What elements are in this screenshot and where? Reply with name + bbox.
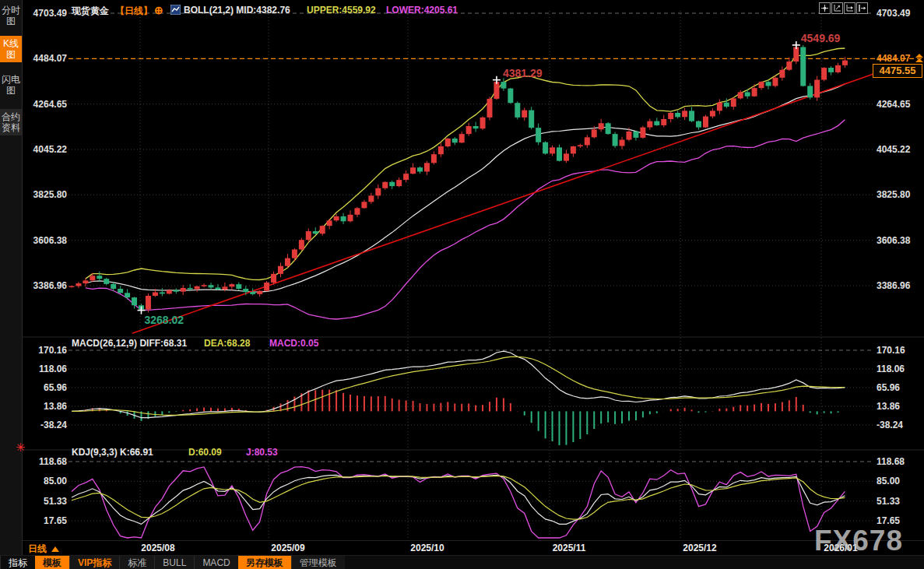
save-template-button[interactable]: 另存模板 [238, 556, 291, 569]
manage-template-button[interactable]: 管理模板 [291, 556, 345, 569]
period-selector[interactable]: 日线 [28, 543, 59, 556]
axis-tick-label: 3386.96 [23, 280, 67, 291]
macd-dea-label: DEA:68.28 [204, 338, 250, 349]
axis-tick-label: 4484.07 [877, 53, 910, 64]
axis-tick-label: 85.00 [877, 476, 900, 486]
axis-tick-label: 4703.49 [877, 8, 910, 19]
axis-tick-label: 170.16 [23, 345, 67, 356]
axis-tick-label: 3825.80 [23, 189, 67, 200]
bottom-toolbar: 指标模板VIP指标标准BULLMACD另存模板管理模板 [0, 555, 924, 569]
chart-canvas[interactable]: 3268.024381.294549.69 [0, 0, 924, 540]
axis-tick-label: 170.16 [877, 345, 905, 356]
sidebar-tab-time-chart[interactable]: 分时图 [0, 2, 22, 29]
vip-indicators-button[interactable]: VIP指标 [69, 556, 119, 569]
axis-tick-label: 4045.22 [877, 144, 910, 155]
sidebar-tab-lightning-chart[interactable]: 闪电图 [0, 72, 22, 98]
alert-blink-icon: ✳ [16, 441, 26, 455]
x-axis-date-label: 2025/08 [141, 543, 174, 553]
kdj-label: KDJ(9,3,3) K:66.91 [72, 447, 153, 458]
axis-tick-label: 65.96 [877, 382, 900, 393]
app-window: 3268.024381.294549.69 分时图 K线图 闪电图 合约资料 现… [0, 0, 924, 569]
up-triangle-icon [51, 546, 59, 552]
template-button[interactable]: 模板 [35, 556, 69, 569]
pan-axis-icon[interactable] [844, 2, 855, 14]
boll-label: BOLL(21,2) MID:4382.76 [184, 5, 290, 16]
left-sidebar: 分时图 K线图 闪电图 合约资料 [0, 0, 23, 569]
plus-circle-icon[interactable]: ⊕ [154, 4, 163, 16]
axis-tick-label: 65.96 [23, 382, 67, 393]
axis-tick-label: 17.65 [23, 515, 67, 526]
x-axis-date-label: 2025/11 [553, 543, 586, 553]
axis-tick-label: 4703.49 [23, 8, 67, 19]
x-axis-row: 日线 2025/082025/092025/102025/112025/1220… [22, 540, 924, 556]
boll-lower-label: LOWER:4205.61 [386, 5, 458, 16]
standard-button[interactable]: 标准 [119, 556, 154, 569]
sidebar-tab-kline-chart[interactable]: K线图 [0, 36, 22, 62]
svg-text:3268.02: 3268.02 [145, 314, 184, 326]
axis-tick-label: 4484.07 [23, 53, 67, 64]
macd-value-label: MACD:0.05 [269, 338, 318, 349]
axis-tick-label: 118.06 [23, 364, 67, 374]
zoom-axis-icon[interactable] [831, 2, 843, 14]
axis-tick-label: 3825.80 [877, 189, 910, 200]
axis-tick-label: 3386.96 [877, 280, 910, 291]
boll-upper-label: UPPER:4559.92 [307, 5, 376, 16]
axis-tick-label: 13.86 [23, 401, 67, 412]
axis-tick-label: 4264.65 [23, 99, 67, 110]
axis-tick-label: -38.24 [23, 420, 67, 430]
axis-tick-label: 13.86 [877, 401, 900, 412]
x-axis-date-label: 2025/12 [683, 543, 716, 553]
indicators-button[interactable]: 指标 [0, 556, 35, 569]
axis-tick-label: 118.06 [877, 364, 905, 374]
kdj-d-label: D:60.09 [188, 447, 222, 458]
axis-tick-label: 3606.38 [23, 235, 67, 246]
double-up-arrow-icon [915, 54, 923, 63]
symbol-name: 现货黄金 [72, 5, 109, 18]
svg-text:4549.69: 4549.69 [801, 32, 841, 44]
axis-tick-label: 51.33 [877, 496, 900, 507]
axis-tick-label: 118.68 [23, 456, 67, 467]
x-axis-date-label: 2026/01 [824, 543, 857, 553]
period-tag[interactable]: 【日线】 [115, 5, 153, 18]
axis-tick-label: -38.24 [877, 420, 903, 430]
exit-panel-icon[interactable] [856, 2, 868, 14]
x-axis-date-label: 2025/09 [271, 543, 304, 553]
axis-tick-label: 3606.38 [877, 235, 910, 246]
crosshair-icon[interactable] [819, 2, 831, 14]
sidebar-tab-contract-info[interactable]: 合约资料 [0, 109, 22, 135]
axis-tick-label: 17.65 [877, 515, 900, 526]
axis-tick-label: 4045.22 [23, 144, 67, 155]
macd-button[interactable]: MACD [194, 556, 237, 569]
macd-label: MACD(26,12,9) DIFF:68.31 [72, 338, 187, 349]
svg-text:4381.29: 4381.29 [503, 67, 543, 79]
axis-tick-label: 85.00 [23, 476, 67, 486]
axis-tick-label: 51.33 [23, 496, 67, 507]
x-axis-date-label: 2025/10 [410, 543, 444, 553]
axis-tick-label: 4264.65 [877, 99, 910, 110]
bull-button[interactable]: BULL [154, 556, 194, 569]
axis-tick-label: 118.68 [877, 456, 905, 467]
last-price-box: 4475.55 [873, 64, 922, 78]
kdj-j-label: J:80.53 [246, 447, 278, 458]
